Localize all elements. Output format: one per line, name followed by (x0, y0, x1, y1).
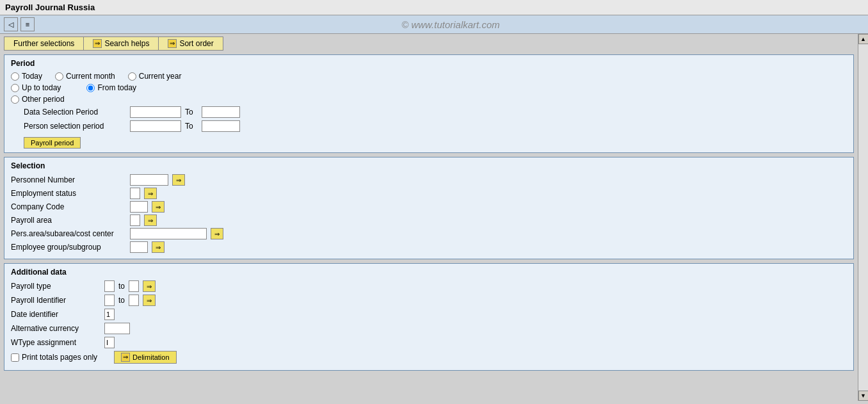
wtype-assignment-label: WType assignment (11, 338, 100, 347)
radio-from-today-label: From today (97, 83, 136, 92)
print-totals-checkbox[interactable] (11, 353, 19, 362)
payroll-type-input1[interactable] (104, 280, 115, 292)
payroll-area-label: Payroll area (11, 216, 126, 225)
payroll-identifier-label: Payroll Identifier (11, 296, 100, 305)
person-selection-row: Person selection period To (24, 120, 847, 132)
radio-up-to-today[interactable]: Up to today (11, 83, 61, 92)
print-totals-check-label[interactable]: Print totals pages only (11, 353, 97, 362)
company-code-arrow-btn[interactable]: ⇒ (152, 201, 165, 213)
company-code-input[interactable] (130, 201, 148, 213)
personnel-number-row: Personnel Number ⇒ (11, 174, 847, 186)
payroll-identifier-input1[interactable] (104, 295, 115, 306)
radio-current-month-label: Current month (66, 72, 115, 81)
scroll-down-button[interactable]: ▼ (858, 391, 869, 401)
radio-today-input[interactable] (11, 72, 19, 81)
radio-current-year-label: Current year (139, 72, 182, 81)
radio-current-month-input[interactable] (55, 72, 63, 81)
alternative-currency-input[interactable] (104, 323, 130, 334)
sort-order-arrow-icon: ⇒ (168, 39, 177, 48)
payroll-area-input[interactable] (130, 214, 140, 226)
payroll-identifier-to-label: to (118, 296, 125, 305)
delimitation-button[interactable]: ⇒ Delimitation (114, 351, 176, 364)
main-wrapper: Further selections ⇒ Search helps ⇒ Sort… (0, 34, 868, 401)
employment-status-label: Employment status (11, 189, 126, 198)
employee-group-input[interactable] (130, 241, 148, 253)
radio-current-year[interactable]: Current year (128, 72, 182, 81)
company-code-row: Company Code ⇒ (11, 201, 847, 213)
scroll-up-button[interactable]: ▲ (858, 34, 869, 44)
radio-other-period-label: Other period (22, 95, 65, 104)
person-selection-from-input[interactable] (130, 120, 181, 132)
radio-from-today-input[interactable] (86, 84, 95, 92)
pers-area-input[interactable] (130, 228, 207, 239)
radio-other-period-input[interactable] (11, 95, 19, 104)
pers-area-arrow-btn[interactable]: ⇒ (211, 228, 223, 239)
date-identifier-label: Date identifier (11, 310, 100, 319)
main-content: Further selections ⇒ Search helps ⇒ Sort… (0, 34, 858, 401)
period-row-3: Other period (11, 95, 847, 104)
tab-sort-order-label: Sort order (179, 39, 213, 48)
employment-status-input[interactable] (130, 188, 140, 199)
employee-group-row: Employee group/subgroup ⇒ (11, 241, 847, 253)
data-selection-from-input[interactable] (130, 106, 181, 118)
wtype-assignment-input[interactable] (104, 337, 115, 348)
print-totals-row: Print totals pages only ⇒ Delimitation (11, 351, 847, 364)
pers-area-label: Pers.area/subarea/cost center (11, 229, 126, 238)
radio-up-to-today-input[interactable] (11, 84, 19, 92)
payroll-area-row: Payroll area ⇒ (11, 214, 847, 226)
toolbar: ◁ ≡ © www.tutorialkart.com (0, 15, 868, 34)
tab-further-selections[interactable]: Further selections (4, 36, 84, 51)
additional-data-section: Additional data Payroll type to ⇒ Payrol… (4, 263, 854, 371)
radio-from-today[interactable]: From today (86, 83, 136, 92)
personnel-number-label: Personnel Number (11, 175, 126, 184)
scrollbar[interactable]: ▲ ▼ (858, 34, 868, 401)
payroll-identifier-arrow-btn[interactable]: ⇒ (143, 295, 156, 306)
wtype-assignment-row: WType assignment (11, 337, 847, 348)
radio-current-year-input[interactable] (128, 72, 136, 81)
payroll-period-button[interactable]: Payroll period (24, 137, 81, 149)
selection-title: Selection (11, 161, 847, 170)
payroll-period-row: Payroll period (24, 134, 847, 149)
payroll-type-arrow-btn[interactable]: ⇒ (143, 280, 156, 292)
tab-search-helps[interactable]: ⇒ Search helps (84, 36, 159, 51)
person-selection-label: Person selection period (24, 122, 126, 131)
delimitation-wrapper: ⇒ Delimitation (114, 351, 176, 364)
pers-area-row: Pers.area/subarea/cost center ⇒ (11, 228, 847, 239)
date-identifier-row: Date identifier (11, 309, 847, 320)
scroll-track[interactable] (858, 44, 868, 391)
payroll-identifier-row: Payroll Identifier to ⇒ (11, 295, 847, 306)
payroll-type-label: Payroll type (11, 282, 100, 291)
selection-section: Selection Personnel Number ⇒ Employment … (4, 157, 854, 259)
payroll-type-input2[interactable] (129, 280, 139, 292)
search-helps-arrow-icon: ⇒ (93, 39, 102, 48)
period-title: Period (11, 59, 847, 68)
radio-today[interactable]: Today (11, 72, 42, 81)
data-selection-to-input[interactable] (202, 106, 240, 118)
employment-status-arrow-btn[interactable]: ⇒ (144, 188, 157, 199)
personnel-number-input[interactable] (130, 174, 168, 186)
employment-status-row: Employment status ⇒ (11, 188, 847, 199)
additional-data-title: Additional data (11, 268, 847, 277)
date-identifier-input[interactable] (104, 309, 115, 320)
menu-button[interactable]: ≡ (20, 17, 35, 31)
employee-group-arrow-btn[interactable]: ⇒ (152, 241, 165, 253)
payroll-identifier-input2[interactable] (129, 295, 139, 306)
personnel-number-arrow-btn[interactable]: ⇒ (172, 174, 185, 186)
back-button[interactable]: ◁ (4, 17, 18, 31)
print-totals-label: Print totals pages only (22, 353, 97, 362)
tab-sort-order[interactable]: ⇒ Sort order (159, 36, 223, 51)
tab-row: Further selections ⇒ Search helps ⇒ Sort… (4, 36, 854, 51)
alternative-currency-row: Alternative currency (11, 323, 847, 334)
data-selection-to-label: To (185, 108, 198, 117)
radio-current-month[interactable]: Current month (55, 72, 115, 81)
title-bar: Payroll Journal Russia (0, 0, 868, 15)
person-selection-to-input[interactable] (202, 120, 240, 132)
delimitation-label: Delimitation (133, 353, 169, 361)
tab-search-helps-label: Search helps (104, 39, 149, 48)
radio-up-to-today-label: Up to today (22, 83, 61, 92)
company-code-label: Company Code (11, 202, 126, 211)
data-selection-label: Data Selection Period (24, 108, 126, 117)
payroll-area-arrow-btn[interactable]: ⇒ (144, 214, 157, 226)
radio-other-period[interactable]: Other period (11, 95, 65, 104)
payroll-type-row: Payroll type to ⇒ (11, 280, 847, 292)
